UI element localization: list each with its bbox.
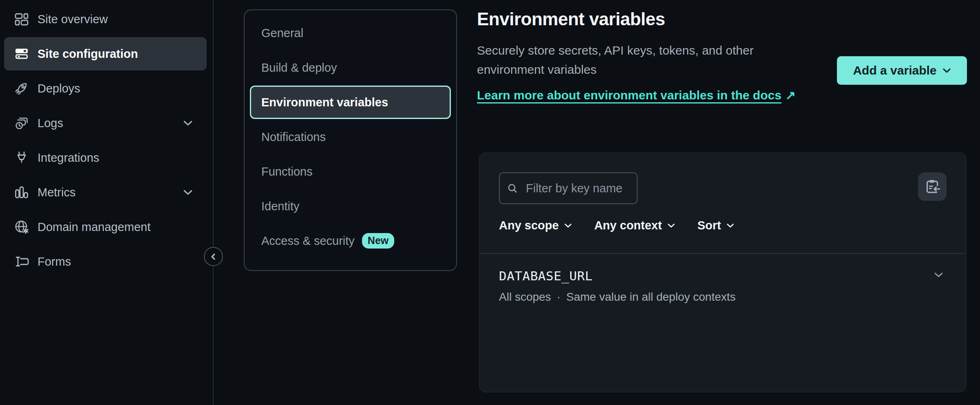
filter-row: Any scope Any context Sort — [499, 219, 734, 232]
input-cursor-icon — [13, 253, 30, 270]
context-filter-label: Any context — [594, 219, 662, 232]
settings-nav: General Build & deploy Environment varia… — [244, 9, 457, 271]
env-var-key: DATABASE_URL — [499, 269, 947, 283]
sidebar-item-forms[interactable]: Forms — [4, 245, 207, 278]
sidebar-item-label: Site configuration — [38, 47, 138, 61]
import-env-button[interactable] — [918, 172, 947, 201]
scope-filter-dropdown[interactable]: Any scope — [499, 219, 572, 232]
sidebar-item-site-overview[interactable]: Site overview — [4, 2, 207, 36]
sidebar-item-metrics[interactable]: Metrics — [4, 176, 207, 209]
new-badge: New — [362, 233, 394, 249]
settings-nav-item-build-deploy[interactable]: Build & deploy — [250, 51, 451, 84]
sidebar-item-domain-management[interactable]: Domain management — [4, 210, 207, 244]
clipboard-import-icon — [924, 178, 941, 195]
sidebar-item-label: Site overview — [38, 13, 108, 26]
docs-link-text: Learn more about environment variables i… — [477, 88, 781, 102]
sidebar-item-label: Forms — [38, 255, 71, 269]
external-link-arrow-icon: ↗ — [786, 88, 796, 102]
sidebar-item-site-configuration[interactable]: Site configuration — [4, 37, 207, 70]
settings-nav-label: Environment variables — [261, 96, 388, 109]
chevron-down-icon — [934, 272, 943, 278]
sidebar-item-label: Integrations — [38, 151, 99, 165]
settings-nav-label: Identity — [261, 200, 300, 213]
sidebar-item-deploys[interactable]: Deploys — [4, 72, 207, 105]
sidebar-item-label: Deploys — [38, 82, 80, 95]
sidebar: Site overview Site configuration — [0, 0, 213, 405]
variables-panel: Any scope Any context Sort — [479, 152, 967, 392]
chevron-left-icon — [209, 252, 218, 261]
context-filter-dropdown[interactable]: Any context — [594, 219, 675, 232]
sidebar-item-label: Metrics — [38, 186, 75, 199]
filter-search — [499, 172, 638, 204]
scope-filter-label: Any scope — [499, 219, 559, 232]
site-settings-page: Site overview Site configuration — [0, 0, 980, 405]
settings-nav-item-functions[interactable]: Functions — [250, 155, 451, 188]
sidebar-divider — [213, 0, 214, 405]
settings-nav-item-access-security[interactable]: Access & security New — [250, 224, 451, 258]
settings-nav-item-environment-variables[interactable]: Environment variables — [250, 86, 451, 119]
env-var-meta: All scopes · Same value in all deploy co… — [499, 291, 947, 304]
bar-chart-icon — [13, 184, 30, 200]
rocket-icon — [13, 80, 30, 97]
chevron-down-icon — [183, 120, 193, 126]
sidebar-item-label: Logs — [38, 117, 63, 130]
meta-separator: · — [557, 291, 561, 304]
env-var-contexts: Same value in all deploy contexts — [566, 291, 736, 304]
settings-nav-label: Access & security — [261, 234, 355, 248]
chevron-down-icon — [667, 223, 675, 228]
settings-nav-label: Functions — [261, 165, 313, 178]
settings-nav-label: Notifications — [261, 130, 326, 144]
plug-icon — [13, 150, 30, 166]
settings-nav-item-notifications[interactable]: Notifications — [250, 120, 451, 154]
env-var-row[interactable]: DATABASE_URL All scopes · Same value in … — [479, 254, 966, 318]
sort-dropdown[interactable]: Sort — [697, 219, 734, 232]
main-content: Environment variables Securely store sec… — [477, 0, 967, 405]
settings-nav-label: Build & deploy — [261, 61, 337, 75]
chevron-down-icon — [942, 68, 951, 73]
chevron-down-icon — [726, 223, 734, 228]
page-description: Securely store secrets, API keys, tokens… — [477, 41, 799, 79]
dashboard-icon — [13, 11, 30, 27]
sidebar-item-label: Domain management — [38, 220, 150, 234]
sidebar-item-logs[interactable]: Logs — [4, 106, 207, 140]
page-title: Environment variables — [477, 9, 665, 29]
add-variable-button[interactable]: Add a variable — [837, 56, 967, 85]
chevron-down-icon — [183, 189, 193, 196]
sidebar-collapse-button[interactable] — [204, 247, 223, 266]
filter-key-input[interactable] — [499, 172, 638, 204]
env-var-scopes: All scopes — [499, 291, 551, 304]
settings-nav-item-identity[interactable]: Identity — [250, 189, 451, 223]
chevron-down-icon — [564, 223, 572, 228]
server-stack-icon — [13, 46, 30, 62]
logs-clock-icon — [13, 115, 30, 131]
settings-nav-label: General — [261, 26, 303, 40]
globe-icon — [13, 219, 30, 235]
add-variable-label: Add a variable — [853, 64, 936, 77]
settings-nav-item-general[interactable]: General — [250, 16, 451, 50]
sidebar-item-integrations[interactable]: Integrations — [4, 141, 207, 174]
sort-label: Sort — [697, 219, 721, 232]
docs-link[interactable]: Learn more about environment variables i… — [477, 86, 799, 105]
